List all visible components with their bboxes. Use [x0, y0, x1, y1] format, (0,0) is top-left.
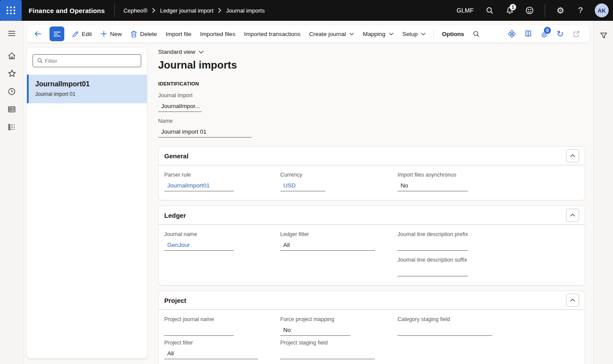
- category-staging-field-input[interactable]: [398, 325, 492, 336]
- section-ledger-header[interactable]: Ledger: [159, 206, 585, 225]
- breadcrumb-module[interactable]: Ledger journal import: [160, 7, 213, 14]
- name-input[interactable]: Journal import 01: [158, 127, 252, 138]
- ledger-filter-input[interactable]: All: [280, 240, 375, 251]
- create-journal-label: Create journal: [309, 31, 346, 37]
- field-label: Import files asynchronus: [398, 172, 579, 178]
- nav-home-button[interactable]: [0, 47, 24, 65]
- feedback-button[interactable]: [521, 2, 538, 19]
- nav-recent-button[interactable]: [0, 82, 24, 100]
- list-lines-icon: [53, 31, 61, 37]
- project-journal-name-input[interactable]: [164, 325, 234, 336]
- open-in-new-window-button: [568, 25, 584, 43]
- back-button[interactable]: [30, 30, 46, 38]
- journal-line-suffix-input[interactable]: [398, 266, 468, 276]
- field-journal-line-prefix: Journal line descripiton prefix: [398, 231, 579, 251]
- action-pane: Edit New Delete Import file Imported fil…: [27, 25, 590, 43]
- attachments-button[interactable]: 0: [536, 25, 552, 43]
- create-journal-dropdown[interactable]: Create journal: [305, 25, 358, 43]
- nav-workspaces-button[interactable]: [0, 100, 24, 118]
- import-file-label: Import file: [166, 31, 191, 37]
- section-project-header[interactable]: Project: [159, 291, 585, 310]
- chevron-up-icon: [570, 213, 575, 217]
- collapse-button[interactable]: [566, 209, 579, 222]
- import-file-button[interactable]: Import file: [161, 25, 195, 43]
- breadcrumb-chevron-icon: [218, 8, 222, 13]
- toolbar-icon-group: 0 ↻: [504, 25, 584, 43]
- collapse-button[interactable]: [566, 294, 579, 307]
- personalize-button[interactable]: [504, 25, 520, 43]
- filter-input[interactable]: [45, 58, 141, 64]
- search-icon: [473, 30, 480, 38]
- nav-expand-button[interactable]: [0, 24, 24, 42]
- chevron-up-icon: [570, 298, 575, 302]
- trash-icon: [130, 30, 137, 38]
- section-title: Ledger: [164, 212, 186, 219]
- new-button[interactable]: New: [96, 25, 126, 43]
- toolbar-separator: [434, 29, 434, 39]
- topbar-divider: [114, 4, 115, 17]
- field-journal-line-suffix: Journal line description suffix: [398, 257, 579, 276]
- main-content: Standard view Journal imports IDENTIFICA…: [158, 48, 589, 364]
- list-item-title: JournalImport01: [35, 80, 140, 88]
- record-list: JournalImport01 Journal import 01: [27, 75, 147, 103]
- project-filter-input[interactable]: All: [164, 349, 258, 359]
- ledger-col3: Journal line descripiton prefix Journal …: [398, 231, 579, 276]
- list-item[interactable]: JournalImport01 Journal import 01: [27, 75, 147, 103]
- field-label: Category staging field: [398, 316, 579, 322]
- chevron-down-icon: [199, 50, 204, 54]
- import-files-asynchronus-input[interactable]: No: [398, 181, 468, 191]
- force-project-mapping-input[interactable]: No: [280, 325, 351, 336]
- options-button[interactable]: Options: [437, 25, 468, 43]
- search-button[interactable]: [481, 2, 498, 19]
- parser-rule-input[interactable]: JournalImport01: [164, 181, 234, 191]
- mapping-dropdown[interactable]: Mapping: [358, 25, 398, 43]
- nav-modules-button[interactable]: [0, 118, 24, 136]
- breadcrumb-page[interactable]: Journal imports: [226, 7, 265, 14]
- view-selector[interactable]: Standard view: [158, 49, 204, 55]
- journal-name-input[interactable]: GenJour: [164, 240, 234, 251]
- field-project-filter: Project filter All: [164, 340, 280, 359]
- popout-icon: [573, 30, 580, 38]
- open-in-office-button[interactable]: [520, 25, 536, 43]
- delete-button-label: Delete: [140, 31, 157, 37]
- section-general-header[interactable]: General: [159, 147, 585, 165]
- delete-button[interactable]: Delete: [126, 25, 161, 43]
- section-ledger: Ledger Journal name GenJour Ledger filte…: [158, 206, 585, 285]
- app-launcher-button[interactable]: [0, 0, 22, 21]
- refresh-button[interactable]: ↻: [552, 25, 568, 43]
- setup-dropdown[interactable]: Setup: [398, 25, 430, 43]
- collapse-button[interactable]: [566, 149, 579, 162]
- filter-box[interactable]: [33, 54, 141, 67]
- book-icon: [524, 30, 532, 38]
- settings-button[interactable]: ⚙: [552, 2, 569, 19]
- filter-pane-button[interactable]: [594, 27, 613, 45]
- refresh-icon: ↻: [557, 30, 564, 38]
- modules-icon: [7, 123, 16, 131]
- section-title: Project: [164, 297, 186, 304]
- currency-input[interactable]: USD: [280, 181, 325, 191]
- imported-files-button[interactable]: Imported files: [196, 25, 240, 43]
- field-label: Project filter: [164, 340, 280, 346]
- attachment-count-badge: 0: [544, 27, 551, 34]
- task-list-toggle-button[interactable]: [50, 26, 64, 41]
- clock-icon: [7, 87, 16, 96]
- breadcrumb-company[interactable]: Cepheo®: [123, 7, 147, 14]
- search-icon: [37, 58, 43, 64]
- field-label: Project staging field: [280, 340, 398, 346]
- field-ledger-filter: Ledger filter All: [280, 231, 398, 251]
- imported-transactions-label: Imported transactions: [244, 31, 301, 37]
- imported-transactions-button[interactable]: Imported transactions: [240, 25, 305, 43]
- notifications-button[interactable]: 1: [501, 2, 518, 19]
- journal-line-prefix-input[interactable]: [398, 240, 468, 251]
- field-journal-name: Journal name GenJour: [164, 231, 280, 251]
- journal-import-input[interactable]: JournalImpor...: [158, 102, 202, 112]
- avatar[interactable]: AK: [595, 3, 609, 17]
- field-label: Parser rule: [164, 172, 280, 178]
- waffle-icon: [7, 7, 16, 14]
- nav-favorites-button[interactable]: [0, 65, 24, 82]
- edit-button[interactable]: Edit: [67, 25, 96, 43]
- help-button[interactable]: ?: [572, 2, 589, 19]
- project-staging-field-input[interactable]: [280, 349, 375, 359]
- section-general-body: Parser rule JournalImport01 Currency USD…: [159, 165, 585, 200]
- toolbar-search-button[interactable]: [468, 25, 484, 43]
